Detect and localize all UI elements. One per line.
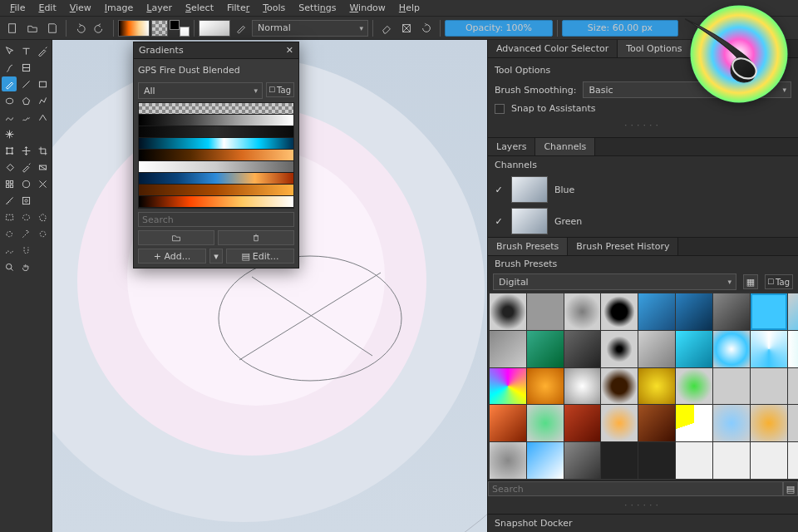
gradient-add-button[interactable]: + Add... — [138, 249, 206, 264]
tool-magnetic-select[interactable] — [18, 243, 33, 258]
channel-row[interactable]: ✓Blue — [488, 174, 798, 205]
new-file-button[interactable] — [3, 19, 22, 37]
brush-preset-item[interactable] — [490, 293, 526, 330]
tool-line[interactable] — [18, 76, 33, 91]
blend-mode-combo[interactable]: Normal — [252, 20, 368, 37]
brush-preset-item[interactable] — [676, 442, 712, 479]
tool-calligraphy[interactable] — [2, 60, 17, 75]
reload-preset-button[interactable] — [417, 19, 436, 37]
tool-dynamic-brush[interactable] — [35, 110, 50, 125]
tool-transform[interactable] — [2, 143, 17, 158]
brush-preset-item[interactable] — [713, 331, 750, 367]
tool-rect-select[interactable] — [2, 209, 17, 224]
brush-category-combo[interactable]: Digital — [493, 273, 736, 290]
brush-preset-item[interactable] — [601, 368, 638, 405]
fg-bg-colors[interactable] — [170, 20, 190, 37]
tab-tool-options[interactable]: Tool Options — [618, 40, 691, 57]
redo-button[interactable] — [91, 19, 109, 37]
tool-pattern[interactable] — [2, 176, 17, 191]
tool-polyline[interactable] — [35, 93, 50, 108]
brush-tag-filter[interactable]: Tag — [765, 274, 793, 289]
brush-preset-item[interactable] — [751, 405, 787, 441]
gradient-item[interactable] — [139, 103, 293, 115]
menu-image[interactable]: Image — [98, 1, 140, 15]
brush-preset-item[interactable] — [527, 331, 564, 367]
brush-preset-item[interactable] — [564, 405, 601, 441]
brush-preset-item[interactable] — [713, 368, 750, 405]
tab-brush-history[interactable]: Brush Preset History — [568, 238, 678, 255]
tool-multibrush[interactable] — [2, 126, 17, 141]
open-file-button[interactable] — [23, 19, 42, 37]
gradient-item[interactable] — [139, 150, 293, 161]
undo-button[interactable] — [71, 19, 89, 37]
gradient-item[interactable] — [139, 185, 293, 196]
gradient-search-input[interactable] — [138, 212, 294, 227]
tool-text[interactable] — [18, 43, 33, 58]
gradient-item[interactable] — [139, 173, 293, 185]
brush-preset-item[interactable] — [638, 368, 675, 405]
brush-preset-item[interactable] — [751, 368, 787, 405]
tool-lasso[interactable] — [2, 226, 17, 241]
channel-row[interactable]: ✓Green — [488, 205, 798, 237]
tool-poly-select[interactable] — [35, 209, 50, 224]
brush-preset-item[interactable] — [601, 405, 638, 441]
menu-file[interactable]: File — [3, 1, 32, 15]
tool-ellipse[interactable] — [2, 93, 17, 108]
gradients-close-icon[interactable]: ✕ — [286, 45, 293, 56]
brush-preset-item[interactable] — [751, 293, 787, 330]
brush-preset-item[interactable] — [564, 331, 601, 367]
gradient-item[interactable] — [139, 138, 293, 150]
gradient-delete-button[interactable] — [218, 230, 294, 245]
brush-preset-item[interactable] — [601, 293, 638, 330]
gradient-item[interactable] — [139, 196, 293, 208]
tab-channels[interactable]: Channels — [535, 138, 595, 155]
tool-zoom[interactable] — [2, 259, 17, 274]
brush-preset-item[interactable] — [601, 331, 638, 367]
save-button[interactable] — [43, 19, 62, 37]
menu-help[interactable]: Help — [392, 1, 426, 15]
tool-bezier-select[interactable] — [2, 243, 17, 258]
tool-edit-shapes[interactable] — [35, 43, 50, 58]
brush-preset-item[interactable] — [788, 405, 799, 441]
gradient-filter-combo[interactable]: All — [138, 82, 263, 99]
channel-visible-icon[interactable]: ✓ — [493, 185, 505, 195]
tool-pan[interactable] — [18, 259, 33, 274]
tool-crop[interactable] — [35, 143, 50, 158]
menu-edit[interactable]: Edit — [32, 1, 62, 15]
brush-preset-item[interactable] — [564, 368, 601, 405]
brush-preset-item[interactable] — [638, 405, 675, 441]
brush-preset-item[interactable] — [788, 293, 799, 330]
menu-window[interactable]: Window — [342, 1, 392, 15]
menu-view[interactable]: View — [63, 1, 98, 15]
brush-preset-item[interactable] — [527, 368, 564, 405]
brush-preset-item[interactable] — [713, 405, 750, 441]
tool-fill[interactable] — [2, 160, 17, 175]
gradient-import-button[interactable] — [138, 230, 214, 245]
tool-rectangle[interactable] — [35, 76, 50, 91]
brush-preset-item[interactable] — [788, 331, 799, 367]
brush-preset-item[interactable] — [527, 405, 564, 441]
tool-freehand-brush[interactable] — [2, 76, 17, 91]
brush-preset-item[interactable] — [638, 442, 675, 479]
gradient-edit-button[interactable]: ▤ Edit... — [226, 249, 294, 264]
tool-bezier[interactable] — [2, 110, 17, 125]
tool-smart-fill[interactable] — [18, 176, 33, 191]
brush-preview[interactable] — [199, 20, 230, 37]
tool-move[interactable] — [2, 43, 17, 58]
tool-similar-select[interactable] — [35, 226, 50, 241]
brush-preset-item[interactable] — [490, 331, 526, 367]
brush-preset-item[interactable] — [788, 442, 799, 479]
brush-preset-item[interactable] — [638, 293, 675, 330]
brush-preset-item[interactable] — [751, 442, 787, 479]
brush-preset-item[interactable] — [527, 293, 564, 330]
brush-view-mode[interactable]: ▦ — [743, 274, 758, 289]
gradient-add-menu[interactable]: ▾ — [209, 249, 223, 264]
tab-brush-presets[interactable]: Brush Presets — [488, 238, 568, 255]
brush-preset-item[interactable] — [564, 293, 601, 330]
menu-select[interactable]: Select — [179, 1, 220, 15]
tool-color-picker[interactable] — [18, 160, 33, 175]
tool-pattern-edit[interactable] — [18, 60, 33, 75]
gradient-tag-filter[interactable]: Tag — [266, 82, 294, 97]
gradient-item[interactable] — [139, 115, 293, 126]
menu-settings[interactable]: Settings — [292, 1, 342, 15]
